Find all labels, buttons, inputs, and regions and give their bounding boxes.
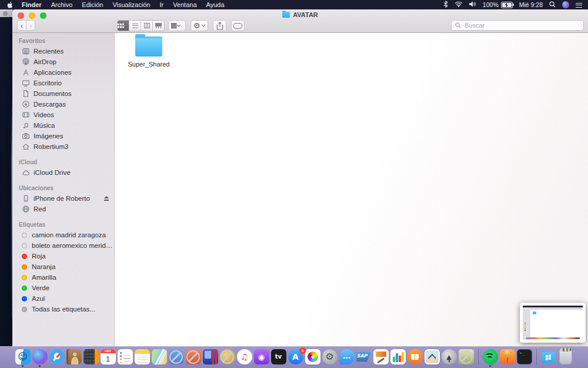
dock-sap[interactable]: SAP	[356, 349, 372, 367]
dock-calculator[interactable]	[83, 349, 99, 367]
sidebar-item-icloud-drive[interactable]: iCloud Drive	[12, 167, 114, 178]
pages-icon	[373, 349, 389, 364]
search-field[interactable]	[451, 20, 584, 31]
sidebar-item-recientes[interactable]: Recientes	[12, 46, 114, 57]
dock-notes[interactable]	[135, 349, 150, 367]
dock-remote-screen[interactable]	[203, 349, 218, 367]
sidebar-item-label: Recientes	[34, 48, 64, 55]
siri-icon[interactable]	[562, 1, 569, 8]
tag-color-dot	[22, 275, 27, 280]
sidebar-item-boleto-aeromexico-merida-mex[interactable]: boleto aeromexico merida mex	[12, 240, 114, 251]
dock-apple-tv[interactable]: tv	[271, 349, 286, 367]
blocked-overlay-icon	[186, 350, 200, 364]
battery-status[interactable]: 100%	[483, 1, 513, 8]
sidebar-item-aplicaciones[interactable]: Aplicaciones	[12, 67, 114, 78]
share-button[interactable]	[213, 20, 226, 31]
sidebar-item-todas-las-etiquetas[interactable]: Todas las etiquetas...	[12, 304, 114, 314]
dock-siri[interactable]	[32, 349, 48, 367]
dock-maps[interactable]	[152, 349, 167, 367]
dock-music[interactable]: ♫	[237, 349, 252, 367]
dock-blocked-app-blue[interactable]	[169, 349, 184, 367]
action-menu-button[interactable]: ⚙	[191, 20, 208, 31]
dock-spotify[interactable]	[483, 349, 498, 367]
sidebar-item-camion-madrid-zaragoza[interactable]: camion madrid zaragoza	[12, 230, 114, 240]
dock-system-preferences[interactable]: ⚙	[322, 349, 338, 367]
dock-palm-game[interactable]: *	[500, 349, 515, 367]
column-view-button[interactable]	[141, 21, 152, 31]
folder-item-super-shared[interactable]: Super_Shared	[123, 37, 175, 68]
apple-menu-icon[interactable]	[7, 1, 14, 9]
battery-percent-label: 100%	[483, 1, 499, 8]
dock-finder[interactable]: ☺	[15, 349, 31, 367]
back-button[interactable]: ‹	[17, 20, 26, 31]
sidebar-section-ubicaciones: Ubicaciones	[12, 183, 114, 193]
forward-button[interactable]: ›	[26, 20, 35, 31]
background-window[interactable]	[0, 9, 12, 346]
dock-app-store[interactable]: A3	[288, 349, 303, 367]
gallery-view-button[interactable]	[152, 21, 164, 31]
sidebar-item-azul[interactable]: Azul	[12, 293, 114, 304]
dock-stats-chart[interactable]	[390, 349, 406, 367]
sidebar-item-iphone-de-roberto[interactable]: iPhone de Roberto	[12, 193, 114, 204]
finder-window: AVATAR ‹ › ⚙	[12, 9, 588, 346]
sidebar-item-red[interactable]: Red	[12, 204, 114, 214]
menu-app-name[interactable]: Finder	[17, 1, 46, 8]
group-by-button[interactable]	[168, 20, 186, 31]
clock-label[interactable]: Mié 9:28	[519, 1, 543, 8]
screenshot-preview-thumbnail[interactable]	[520, 303, 586, 343]
tag-button[interactable]	[231, 20, 245, 31]
dock-pages[interactable]	[373, 349, 389, 367]
sidebar-item-airdrop[interactable]: AirDrop	[12, 57, 114, 67]
dock-windows-folder[interactable]	[541, 349, 556, 367]
dock-calendar[interactable]: ABR1	[101, 349, 116, 367]
sidebar-item-descargas[interactable]: Descargas	[12, 99, 114, 110]
dock-launchpad[interactable]: ▲	[442, 349, 457, 367]
dock-blocked-app-red[interactable]	[186, 349, 201, 367]
sidebar-item-musica[interactable]: Música	[12, 120, 114, 131]
menu-visualizacion[interactable]: Visualización	[108, 1, 155, 8]
dock-photos[interactable]	[305, 349, 320, 367]
search-input[interactable]	[463, 21, 580, 29]
menu-ventana[interactable]: Ventana	[168, 1, 201, 8]
dock-preview[interactable]	[425, 349, 440, 367]
sidebar-item-escritorio[interactable]: Escritorio	[12, 78, 114, 88]
dock-contacts[interactable]	[66, 349, 82, 367]
sidebar-section-etiquetas: Etiquetas	[12, 219, 114, 230]
sidebar-item-documentos[interactable]: Documentos	[12, 88, 114, 99]
dock-safari[interactable]	[49, 349, 65, 367]
eject-icon[interactable]	[103, 196, 109, 201]
bluetooth-icon[interactable]	[443, 1, 448, 9]
dock-podcasts[interactable]: ◉	[254, 349, 269, 367]
dock-terminal[interactable]: >_	[517, 349, 532, 367]
dock-books[interactable]	[407, 349, 423, 367]
notification-center-icon[interactable]	[576, 2, 582, 8]
dock-messages[interactable]: …	[339, 349, 355, 367]
sidebar-item-imagenes[interactable]: Imágenes	[12, 131, 114, 141]
sidebar-item-verde[interactable]: Verde	[12, 283, 114, 293]
menu-edicion[interactable]: Edición	[77, 1, 108, 8]
sidebar-item-label: Amarilla	[32, 274, 56, 281]
menu-archivo[interactable]: Archivo	[46, 1, 78, 8]
menu-ayuda[interactable]: Ayuda	[202, 1, 229, 8]
dock-trash[interactable]	[558, 349, 573, 367]
sidebar-item-robertium3[interactable]: Robertium3	[12, 141, 114, 152]
books-icon	[407, 349, 423, 364]
sidebar-item-amarilla[interactable]: Amarilla	[12, 272, 114, 283]
running-indicator	[22, 365, 24, 367]
sidebar-item-naranja[interactable]: Naranja	[12, 261, 114, 272]
calendar-icon: ABR1	[101, 349, 116, 364]
sidebar-item-videos[interactable]: Videos	[12, 110, 114, 120]
icon-view-button[interactable]	[118, 21, 129, 31]
sidebar-item-label: AirDrop	[34, 58, 56, 65]
dock-reminders[interactable]	[118, 349, 133, 367]
volume-icon[interactable]	[469, 1, 476, 8]
spotlight-search-icon[interactable]	[549, 1, 556, 9]
list-view-button[interactable]	[129, 21, 141, 31]
background-window-traffic-light	[3, 11, 8, 16]
dock-blocked-app-gold[interactable]	[220, 349, 235, 367]
menu-ir[interactable]: Ir	[155, 1, 168, 8]
dock-blocked-app-green[interactable]	[459, 349, 474, 367]
wifi-icon[interactable]	[455, 1, 463, 8]
search-icon	[455, 22, 461, 28]
sidebar-item-roja[interactable]: Roja	[12, 251, 114, 261]
